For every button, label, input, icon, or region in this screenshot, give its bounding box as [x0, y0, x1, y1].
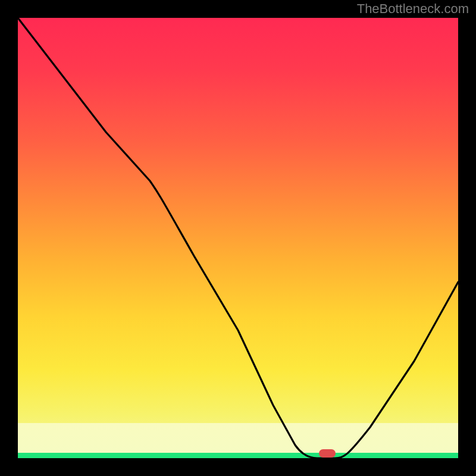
bottleneck-curve [18, 18, 458, 458]
curve-svg [18, 18, 458, 458]
optimum-marker [319, 449, 336, 458]
watermark-text: TheBottleneck.com [357, 1, 469, 17]
plot-area [18, 18, 458, 458]
chart-frame: TheBottleneck.com [0, 0, 476, 476]
